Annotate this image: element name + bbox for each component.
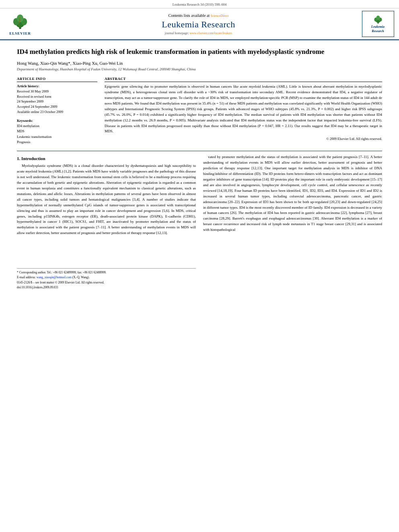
- abstract-col: ABSTRACT Epigenetic gene silencing due t…: [105, 77, 382, 145]
- intro-paragraph-left: Myelodysplastic syndrome (MDS) is a clon…: [17, 163, 196, 236]
- journal-title-center: Contents lists available at ScienceDirec…: [39, 11, 358, 37]
- intro-section-title: 1. Introduction: [17, 156, 196, 161]
- journal-header: ELSEVIER Contents lists available at Sci…: [0, 8, 399, 40]
- journal-logo-right: Leukemia Research: [361, 11, 395, 37]
- body-content: 1. Introduction Myelodysplastic syndrome…: [17, 154, 382, 289]
- copyright-line: © 2009 Elsevier Ltd. All rights reserved…: [105, 137, 382, 141]
- received-date: Received 30 May 2009 Received in revised…: [17, 89, 97, 115]
- article-authors: Hong Wang, Xiao-Qin Wang*, Xiao-Ping Xu,…: [17, 61, 382, 66]
- journal-homepage-line: journal homepage: www.elsevier.com/locat…: [165, 31, 232, 35]
- corresponding-author: * Corresponding author. Tel.: +86 021 62…: [17, 270, 196, 275]
- keywords-label: Keywords:: [17, 119, 97, 123]
- sciencedirect-line: Contents lists available at ScienceDirec…: [169, 13, 229, 18]
- article-affiliation: Department of Haematology, Huashan Hospi…: [17, 67, 382, 71]
- logo-box-top-text: Leukemia Research: [371, 25, 385, 33]
- journal-main-title: Leukemia Research: [162, 19, 235, 30]
- intro-right-text: vated by promoter methylation and the st…: [203, 154, 382, 233]
- footnote-area: * Corresponding author. Tel.: +86 021 62…: [17, 268, 196, 289]
- elsevier-wordmark: ELSEVIER: [9, 31, 31, 35]
- intro-paragraph-right: vated by promoter methylation and the st…: [203, 154, 382, 233]
- article-info-heading: ARTICLE INFO: [17, 77, 97, 82]
- elsevier-logo: ELSEVIER: [4, 11, 36, 37]
- article-title: ID4 methylation predicts high risk of le…: [17, 47, 382, 57]
- journal-logo-tree-icon: [372, 14, 384, 25]
- article-info-col: ARTICLE INFO Article history: Received 3…: [17, 77, 97, 145]
- svg-point-9: [376, 16, 380, 20]
- journal-citation: Leukemia Research 34 (2010) 598–604: [173, 2, 227, 6]
- intro-left-text: Myelodysplastic syndrome (MDS) is a clon…: [17, 163, 196, 236]
- section-divider: [17, 151, 382, 151]
- doi-line: doi:10.1016/j.leukres.2009.09.031: [17, 286, 196, 289]
- elsevier-tree-icon: [10, 12, 30, 31]
- article-content: ID4 methylation predicts high risk of le…: [0, 40, 399, 293]
- abstract-heading: ABSTRACT: [105, 77, 382, 82]
- rights-line: 0145-2126/$ – see front matter © 2009 El…: [17, 281, 196, 284]
- history-label: Article history:: [17, 84, 97, 88]
- page-wrapper: Leukemia Research 34 (2010) 598–604 ELSE…: [0, 0, 399, 532]
- abstract-text: Epigenetic gene silencing due to promote…: [105, 84, 382, 134]
- keywords-list: ID4 methylation MDS Leukemic transformat…: [17, 123, 97, 145]
- body-right-col: vated by promoter methylation and the st…: [203, 154, 382, 289]
- journal-top-bar: Leukemia Research 34 (2010) 598–604: [0, 0, 399, 8]
- svg-point-4: [17, 14, 23, 23]
- article-info-abstract-section: ARTICLE INFO Article history: Received 3…: [17, 77, 382, 145]
- email-line: E-mail address: wang_xiaoqin@hotmail.com…: [17, 275, 196, 279]
- body-left-col: 1. Introduction Myelodysplastic syndrome…: [17, 154, 196, 289]
- journal-logo-box: Leukemia Research: [362, 11, 394, 37]
